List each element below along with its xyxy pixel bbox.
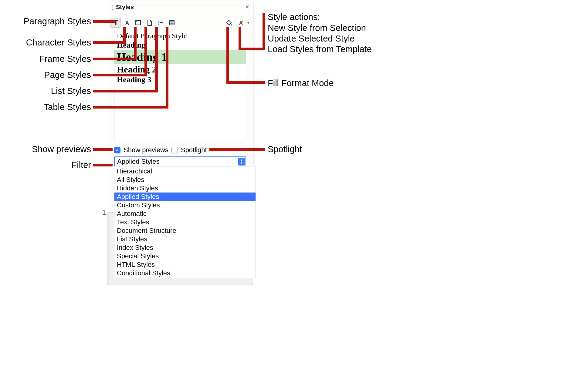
- callout-frame-styles: Frame Styles: [0, 54, 91, 64]
- styles-toolbar: ▼: [110, 18, 250, 28]
- page-styles-button[interactable]: [144, 18, 154, 28]
- filter-option[interactable]: Automatic: [114, 209, 256, 218]
- callout-rule: [123, 27, 126, 44]
- callout-character-styles: Character Styles: [0, 38, 91, 48]
- callout-style-actions-l3: Load Styles from Template: [268, 44, 372, 54]
- filter-select[interactable]: Applied Styles ▲▼: [114, 156, 246, 167]
- list-icon: [157, 19, 164, 26]
- close-icon[interactable]: ×: [245, 3, 249, 11]
- style-actions-icon: [237, 19, 244, 26]
- filter-option[interactable]: HTML Styles: [114, 260, 256, 269]
- spotlight-checkbox[interactable]: [171, 147, 178, 153]
- frame-icon: [135, 19, 141, 26]
- style-actions-button[interactable]: [236, 18, 246, 28]
- character-icon: [124, 19, 130, 26]
- table-styles-button[interactable]: [167, 18, 177, 28]
- callout-style-actions-l1: New Style from Selection: [268, 23, 366, 33]
- filter-option[interactable]: Document Structure: [114, 226, 256, 235]
- table-icon: [168, 19, 175, 26]
- callout-table-styles: Table Styles: [0, 102, 91, 112]
- filter-selected-value: Applied Styles: [117, 158, 159, 166]
- callout-fill-format: Fill Format Mode: [268, 78, 334, 88]
- filter-option[interactable]: Conditional Styles: [114, 269, 256, 277]
- callout-rule: [93, 20, 115, 23]
- paint-bucket-icon: [226, 19, 233, 26]
- callout-rule: [93, 74, 147, 76]
- list-styles-button[interactable]: [155, 18, 166, 28]
- svg-point-3: [158, 24, 159, 25]
- callout-rule: [93, 41, 126, 44]
- filter-dropdown[interactable]: Hierarchical All Styles Hidden Styles Ap…: [114, 166, 256, 278]
- page-icon: [146, 19, 153, 26]
- callout-rule: [93, 164, 113, 166]
- filter-option[interactable]: List Styles: [114, 235, 256, 243]
- callout-spotlight: Spotlight: [268, 144, 302, 154]
- callout-rule: [134, 27, 137, 60]
- svg-rect-5: [169, 21, 174, 22]
- callout-rule: [93, 58, 137, 60]
- filter-option[interactable]: Text Styles: [114, 218, 256, 226]
- select-arrows-icon: ▲▼: [238, 158, 245, 166]
- filter-option[interactable]: All Styles: [114, 176, 256, 184]
- callout-rule: [93, 106, 168, 109]
- callout-rule: [239, 27, 241, 50]
- callout-rule: [93, 90, 158, 92]
- callout-style-actions-title: Style actions:: [268, 12, 320, 22]
- callout-filter: Filter: [0, 160, 91, 170]
- svg-point-2: [158, 22, 159, 23]
- callout-show-previews: Show previews: [0, 144, 91, 154]
- filter-option[interactable]: Index Styles: [114, 243, 256, 252]
- callout-rule: [166, 27, 168, 109]
- callout-style-actions-l2: Update Selected Style: [268, 34, 355, 44]
- drag-handle-icon[interactable]: [110, 4, 112, 10]
- panel-header: Styles ×: [110, 3, 250, 11]
- callout-rule: [239, 48, 265, 50]
- callout-rule: [263, 13, 265, 50]
- page-number: 1: [102, 209, 106, 216]
- filter-option[interactable]: Custom Styles: [114, 201, 256, 209]
- frame-styles-button[interactable]: [133, 18, 143, 28]
- callout-rule: [226, 81, 265, 84]
- callout-list-styles: List Styles: [0, 86, 91, 96]
- filter-option[interactable]: Hidden Styles: [114, 184, 256, 193]
- panel-title: Styles: [116, 4, 134, 11]
- paragraph-styles-button[interactable]: [110, 18, 121, 28]
- filter-option-selected[interactable]: Applied Styles: [114, 193, 256, 201]
- callout-rule: [209, 148, 265, 151]
- fill-format-mode-button[interactable]: [224, 18, 235, 28]
- show-previews-checkbox[interactable]: ✓: [114, 147, 120, 153]
- svg-point-1: [158, 21, 159, 22]
- callout-rule: [226, 27, 229, 84]
- style-actions-dropdown-caret[interactable]: ▼: [247, 18, 250, 27]
- callout-paragraph-styles: Paragraph Styles: [0, 16, 91, 26]
- callout-rule: [144, 27, 147, 76]
- spotlight-label: Spotlight: [181, 146, 207, 154]
- character-styles-button[interactable]: [122, 18, 132, 28]
- filter-option[interactable]: Special Styles: [114, 252, 256, 260]
- filter-option[interactable]: Hierarchical: [114, 167, 256, 176]
- callout-page-styles: Page Styles: [0, 70, 91, 80]
- show-previews-label: Show previews: [124, 146, 168, 154]
- callout-rule: [155, 27, 158, 92]
- callout-rule: [93, 148, 113, 151]
